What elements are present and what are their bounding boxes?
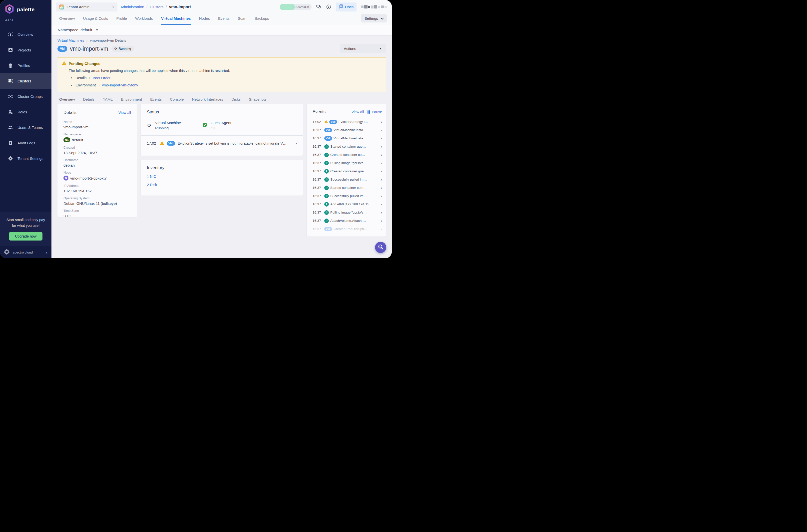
vm-subtab[interactable]: Console (170, 97, 184, 102)
scope-selector[interactable]: Tenant Admin ∨ (56, 2, 117, 12)
event-row[interactable]: 16:37 P Successfully pulled im… › (313, 175, 382, 184)
vm-breadcrumb-current: vmo-import-vm Details (90, 38, 126, 42)
search-fab[interactable] (375, 242, 386, 253)
breadcrumb-administration[interactable]: Administration (120, 5, 144, 9)
field-value: debian (63, 163, 75, 167)
sidebar-item-tenant-settings[interactable]: Tenant Settings (0, 151, 52, 166)
usage-meter[interactable]: 10.3/25kCh (280, 4, 312, 10)
events-list: 17:02 VMI EvictionStrategy i… › 16:37 (313, 118, 382, 233)
pause-button[interactable]: Pause (368, 110, 382, 114)
events-view-all-link[interactable]: View all (352, 110, 364, 114)
event-row[interactable]: 16:37 P Created container gue… › (313, 167, 382, 175)
vm-subtab[interactable]: Disks (231, 97, 241, 102)
event-source-badge: P (324, 210, 329, 215)
vm-subtab[interactable]: Environment (121, 97, 142, 102)
pending-description: The following areas have pending changes… (69, 69, 381, 73)
vm-subtab[interactable]: YAML (103, 97, 113, 102)
event-row[interactable]: 16:37 P Started container com… › (313, 184, 382, 192)
pending-change-link[interactable]: vmo-import-vm-ovfenv (102, 83, 138, 87)
vm-subtab[interactable]: Details (83, 97, 95, 102)
cluster-tab[interactable]: Nodes (199, 12, 210, 25)
event-time: 16:37 (313, 136, 324, 140)
vm-kind-badge: VM (57, 46, 67, 52)
events-card-title: Events (313, 109, 325, 114)
sidebar-item-cluster-groups[interactable]: Cluster Groups (0, 89, 52, 104)
chat-icon[interactable] (316, 4, 322, 10)
details-view-all-link[interactable]: View all (118, 111, 131, 115)
sidebar-item-overview[interactable]: Overview (0, 27, 52, 42)
cluster-tab[interactable]: Usage & Costs (83, 12, 108, 25)
cluster-tab[interactable]: Profile (116, 12, 127, 25)
cluster-tab[interactable]: Backups (255, 12, 269, 25)
event-row[interactable]: 16:37 P Add eth0 [192.168.194.15… › (313, 200, 382, 208)
event-time: 16:37 (313, 202, 324, 206)
chevron-right-icon: › (381, 227, 382, 231)
event-text: Pulling image "gcr.io/s… (330, 211, 379, 214)
pending-items: Details › Boot Order Environment › vmo-i… (71, 76, 381, 87)
upgrade-now-button[interactable]: Upgrade now (9, 232, 42, 241)
cluster-tab[interactable]: Virtual Machines (161, 12, 191, 25)
content: Virtual Machines › vmo-import-vm Details… (52, 35, 392, 258)
warning-icon (324, 120, 328, 124)
event-row[interactable]: 16:37 P Started container gue… › (313, 142, 382, 151)
namespace-selector[interactable]: Namespace: default ▼ (52, 25, 392, 35)
breadcrumb: Administration / Clusters / vmo-import (120, 5, 191, 9)
chevron-right-icon: › (381, 177, 382, 182)
sidebar-footer: spectro cloud ‹ (0, 246, 52, 258)
event-row[interactable]: 16:37 P Created container co… › (313, 151, 382, 159)
cluster-tab[interactable]: Scan (238, 12, 246, 25)
collapse-sidebar-icon[interactable]: ‹ (46, 250, 48, 255)
detail-field: Namespace NS default (63, 132, 131, 142)
sidebar-item-users-teams[interactable]: Users & Teams (0, 120, 52, 135)
cluster-tab[interactable]: Events (218, 12, 230, 25)
projects-icon (8, 48, 13, 53)
event-row[interactable]: 17:02 VMI EvictionStrategy i… › (313, 118, 382, 126)
spectro-cloud-logo-icon (3, 248, 11, 256)
vmi-badge: VMI (167, 141, 175, 146)
docs-button[interactable]: Docs (336, 2, 357, 12)
vm-breadcrumb-link[interactable]: Virtual Machines (57, 38, 84, 42)
breadcrumb-clusters[interactable]: Clusters (150, 5, 163, 9)
nic-link[interactable]: 1 NIC (147, 175, 297, 178)
cluster-tab[interactable]: Workloads (135, 12, 153, 25)
event-text: Created PodDisrupti… (334, 227, 379, 231)
event-row[interactable]: 16:37 P Pulling image "gcr.io/s… › (313, 159, 382, 167)
event-time: 16:37 (313, 128, 324, 132)
vm-subtab[interactable]: Snapshots (249, 97, 267, 102)
warning-icon (62, 61, 67, 66)
pause-icon (368, 110, 370, 114)
sidebar-item-roles[interactable]: Roles (0, 104, 52, 120)
overview-icon (8, 32, 13, 37)
chevron-down-icon (381, 16, 384, 19)
sidebar-item-profiles[interactable]: Profiles (0, 58, 52, 73)
profiles-icon (8, 63, 13, 68)
sidebar-item-projects[interactable]: Projects (0, 42, 52, 58)
chevron-right-icon: › (381, 169, 382, 173)
event-row[interactable]: 16:37 VMI VirtualMachineInsta… › (313, 134, 382, 142)
event-time: 16:37 (313, 219, 324, 223)
pending-change-link[interactable]: Boot Order (93, 76, 110, 80)
vm-subtab[interactable]: Network Interfaces (192, 97, 223, 102)
main-area: Tenant Admin ∨ Administration / Clusters… (52, 0, 392, 258)
status-event-row[interactable]: 17:02 VMI EvictionStrategy is set but vm… (147, 136, 297, 151)
vm-subtab[interactable]: Events (150, 97, 162, 102)
event-row[interactable]: 16:37 VMI VirtualMachineInsta… › (313, 126, 382, 134)
event-row[interactable]: 16:37 VMI Created PodDisrupti… › (313, 225, 382, 233)
event-row[interactable]: 16:37 P AttachVolume.Attach … › (313, 216, 382, 225)
event-text: Successfully pulled im… (330, 177, 379, 181)
settings-label: Settings (364, 16, 378, 20)
actions-dropdown[interactable]: Actions ▼ (340, 44, 386, 53)
compass-icon[interactable] (326, 4, 332, 10)
sidebar-item-audit-logs[interactable]: Audit Logs (0, 135, 52, 151)
event-row[interactable]: 16:37 P Pulling image "gcr.io/s… › (313, 208, 382, 216)
chevron-right-icon: › (381, 120, 382, 124)
cluster-tab[interactable]: Overview (59, 12, 75, 25)
disk-link[interactable]: 2 Disk (147, 183, 297, 187)
brand-text: spectro cloud (13, 250, 33, 254)
sidebar-item-clusters[interactable]: Clusters (0, 73, 52, 89)
vm-subtab[interactable]: Overview (59, 97, 75, 102)
event-row[interactable]: 16:37 P Successfully pulled im… › (313, 192, 382, 200)
settings-button[interactable]: Settings (361, 14, 387, 22)
upgrade-promo: Start small and only pay for what you us… (0, 212, 52, 246)
field-value: UTC (63, 214, 71, 218)
